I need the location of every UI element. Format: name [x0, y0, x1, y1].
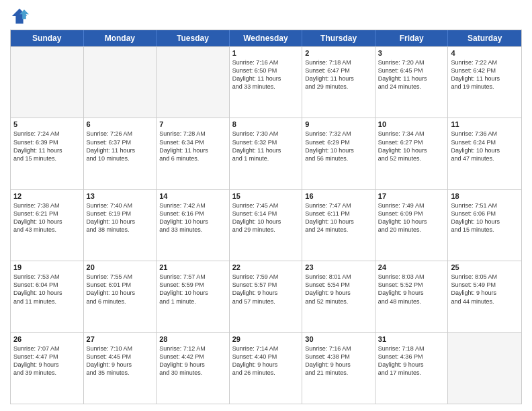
- calendar-row-0: 1Sunrise: 7:16 AM Sunset: 6:50 PM Daylig…: [11, 46, 521, 118]
- day-info: Sunrise: 7:32 AM Sunset: 6:29 PM Dayligh…: [305, 130, 372, 163]
- calendar-empty-cell: [448, 333, 521, 404]
- day-info: Sunrise: 7:18 AM Sunset: 6:47 PM Dayligh…: [305, 58, 372, 91]
- day-info: Sunrise: 7:10 AM Sunset: 4:45 PM Dayligh…: [87, 345, 154, 377]
- calendar-day-21: 21Sunrise: 7:57 AM Sunset: 5:59 PM Dayli…: [157, 261, 230, 332]
- day-number: 10: [378, 120, 445, 128]
- day-info: Sunrise: 7:49 AM Sunset: 6:09 PM Dayligh…: [378, 201, 445, 234]
- day-number: 14: [159, 192, 226, 200]
- day-info: Sunrise: 7:18 AM Sunset: 4:36 PM Dayligh…: [378, 345, 445, 377]
- calendar-empty-cell: [11, 47, 84, 118]
- header: [10, 7, 522, 26]
- day-number: 19: [13, 263, 81, 271]
- calendar-empty-cell: [157, 47, 230, 118]
- day-number: 23: [305, 263, 372, 271]
- day-info: Sunrise: 7:34 AM Sunset: 6:27 PM Dayligh…: [378, 130, 445, 163]
- calendar-day-24: 24Sunrise: 8:03 AM Sunset: 5:52 PM Dayli…: [375, 261, 449, 332]
- calendar-day-27: 27Sunrise: 7:10 AM Sunset: 4:45 PM Dayli…: [84, 333, 157, 404]
- calendar-day-8: 8Sunrise: 7:30 AM Sunset: 6:32 PM Daylig…: [230, 118, 303, 189]
- day-info: Sunrise: 7:45 AM Sunset: 6:14 PM Dayligh…: [232, 201, 300, 234]
- day-number: 31: [378, 335, 445, 343]
- day-number: 15: [232, 192, 300, 200]
- day-number: 12: [13, 192, 81, 200]
- day-number: 25: [451, 263, 519, 271]
- day-info: Sunrise: 7:36 AM Sunset: 6:24 PM Dayligh…: [451, 130, 519, 163]
- calendar-day-1: 1Sunrise: 7:16 AM Sunset: 6:50 PM Daylig…: [230, 47, 303, 118]
- day-number: 30: [305, 335, 372, 343]
- calendar-day-6: 6Sunrise: 7:26 AM Sunset: 6:37 PM Daylig…: [84, 118, 157, 189]
- day-number: 16: [305, 192, 372, 200]
- header-day-tuesday: Tuesday: [157, 30, 230, 46]
- calendar-day-12: 12Sunrise: 7:38 AM Sunset: 6:21 PM Dayli…: [11, 190, 84, 261]
- calendar-day-5: 5Sunrise: 7:24 AM Sunset: 6:39 PM Daylig…: [11, 118, 84, 189]
- day-number: 2: [305, 49, 372, 57]
- day-info: Sunrise: 7:12 AM Sunset: 4:42 PM Dayligh…: [159, 345, 226, 377]
- day-info: Sunrise: 7:59 AM Sunset: 5:57 PM Dayligh…: [232, 273, 300, 306]
- day-info: Sunrise: 7:57 AM Sunset: 5:59 PM Dayligh…: [159, 273, 226, 306]
- logo: [10, 7, 32, 26]
- day-info: Sunrise: 7:53 AM Sunset: 6:04 PM Dayligh…: [13, 273, 81, 306]
- calendar-day-20: 20Sunrise: 7:55 AM Sunset: 6:01 PM Dayli…: [84, 261, 157, 332]
- calendar-day-3: 3Sunrise: 7:20 AM Sunset: 6:45 PM Daylig…: [375, 47, 449, 118]
- day-number: 13: [87, 192, 154, 200]
- calendar-row-1: 5Sunrise: 7:24 AM Sunset: 6:39 PM Daylig…: [11, 118, 521, 189]
- calendar-day-26: 26Sunrise: 7:07 AM Sunset: 4:47 PM Dayli…: [11, 333, 84, 404]
- day-number: 22: [232, 263, 300, 271]
- calendar-day-15: 15Sunrise: 7:45 AM Sunset: 6:14 PM Dayli…: [230, 190, 303, 261]
- header-day-thursday: Thursday: [302, 30, 375, 46]
- calendar-day-31: 31Sunrise: 7:18 AM Sunset: 4:36 PM Dayli…: [375, 333, 449, 404]
- day-info: Sunrise: 8:03 AM Sunset: 5:52 PM Dayligh…: [378, 273, 445, 306]
- day-number: 6: [87, 120, 154, 128]
- calendar-body: 1Sunrise: 7:16 AM Sunset: 6:50 PM Daylig…: [11, 46, 521, 404]
- day-number: 1: [232, 49, 300, 57]
- day-number: 28: [159, 335, 226, 343]
- day-info: Sunrise: 7:24 AM Sunset: 6:39 PM Dayligh…: [13, 130, 81, 163]
- day-number: 26: [13, 335, 81, 343]
- calendar-day-4: 4Sunrise: 7:22 AM Sunset: 6:42 PM Daylig…: [448, 47, 521, 118]
- header-day-sunday: Sunday: [11, 30, 84, 46]
- logo-icon: [10, 7, 29, 26]
- header-day-friday: Friday: [375, 30, 449, 46]
- calendar-day-17: 17Sunrise: 7:49 AM Sunset: 6:09 PM Dayli…: [375, 190, 449, 261]
- day-number: 29: [232, 335, 300, 343]
- calendar-day-2: 2Sunrise: 7:18 AM Sunset: 6:47 PM Daylig…: [302, 47, 375, 118]
- day-info: Sunrise: 7:22 AM Sunset: 6:42 PM Dayligh…: [451, 58, 519, 91]
- header-day-saturday: Saturday: [448, 30, 521, 46]
- day-number: 20: [87, 263, 154, 271]
- day-info: Sunrise: 7:14 AM Sunset: 4:40 PM Dayligh…: [232, 345, 300, 377]
- day-number: 27: [87, 335, 154, 343]
- day-number: 4: [451, 49, 519, 57]
- header-day-monday: Monday: [84, 30, 157, 46]
- day-info: Sunrise: 7:30 AM Sunset: 6:32 PM Dayligh…: [232, 130, 300, 163]
- day-info: Sunrise: 7:47 AM Sunset: 6:11 PM Dayligh…: [305, 201, 372, 234]
- calendar-day-11: 11Sunrise: 7:36 AM Sunset: 6:24 PM Dayli…: [448, 118, 521, 189]
- calendar-day-13: 13Sunrise: 7:40 AM Sunset: 6:19 PM Dayli…: [84, 190, 157, 261]
- calendar-day-10: 10Sunrise: 7:34 AM Sunset: 6:27 PM Dayli…: [375, 118, 449, 189]
- calendar-day-14: 14Sunrise: 7:42 AM Sunset: 6:16 PM Dayli…: [157, 190, 230, 261]
- calendar-day-30: 30Sunrise: 7:16 AM Sunset: 4:38 PM Dayli…: [302, 333, 375, 404]
- calendar-empty-cell: [84, 47, 157, 118]
- day-info: Sunrise: 7:40 AM Sunset: 6:19 PM Dayligh…: [87, 201, 154, 234]
- calendar-row-2: 12Sunrise: 7:38 AM Sunset: 6:21 PM Dayli…: [11, 189, 521, 261]
- day-number: 3: [378, 49, 445, 57]
- calendar-day-29: 29Sunrise: 7:14 AM Sunset: 4:40 PM Dayli…: [230, 333, 303, 404]
- day-number: 11: [451, 120, 519, 128]
- day-info: Sunrise: 7:07 AM Sunset: 4:47 PM Dayligh…: [13, 345, 81, 377]
- calendar-day-19: 19Sunrise: 7:53 AM Sunset: 6:04 PM Dayli…: [11, 261, 84, 332]
- calendar-day-23: 23Sunrise: 8:01 AM Sunset: 5:54 PM Dayli…: [302, 261, 375, 332]
- day-info: Sunrise: 8:05 AM Sunset: 5:49 PM Dayligh…: [451, 273, 519, 306]
- day-number: 17: [378, 192, 445, 200]
- day-info: Sunrise: 7:55 AM Sunset: 6:01 PM Dayligh…: [87, 273, 154, 306]
- calendar-day-16: 16Sunrise: 7:47 AM Sunset: 6:11 PM Dayli…: [302, 190, 375, 261]
- day-info: Sunrise: 8:01 AM Sunset: 5:54 PM Dayligh…: [305, 273, 372, 306]
- day-number: 21: [159, 263, 226, 271]
- day-info: Sunrise: 7:42 AM Sunset: 6:16 PM Dayligh…: [159, 201, 226, 234]
- calendar-day-28: 28Sunrise: 7:12 AM Sunset: 4:42 PM Dayli…: [157, 333, 230, 404]
- day-number: 8: [232, 120, 300, 128]
- day-info: Sunrise: 7:16 AM Sunset: 6:50 PM Dayligh…: [232, 58, 300, 91]
- calendar-day-22: 22Sunrise: 7:59 AM Sunset: 5:57 PM Dayli…: [230, 261, 303, 332]
- calendar-row-3: 19Sunrise: 7:53 AM Sunset: 6:04 PM Dayli…: [11, 261, 521, 332]
- day-number: 18: [451, 192, 519, 200]
- header-day-wednesday: Wednesday: [230, 30, 303, 46]
- calendar: SundayMondayTuesdayWednesdayThursdayFrid…: [10, 30, 522, 404]
- calendar-header: SundayMondayTuesdayWednesdayThursdayFrid…: [11, 30, 521, 46]
